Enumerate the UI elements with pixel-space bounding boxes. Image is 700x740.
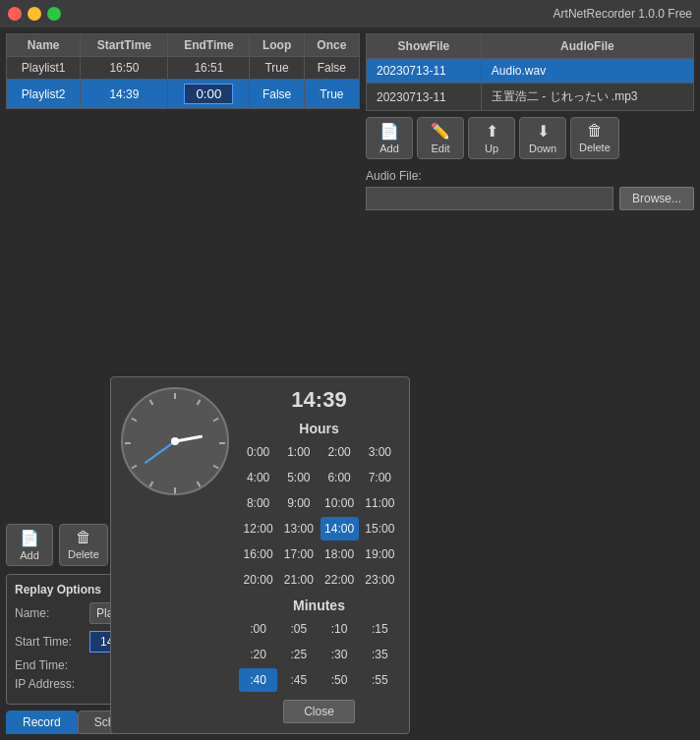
- audio-path-input[interactable]: [366, 187, 613, 210]
- playlist-table: Name StartTime EndTime Loop Once Playlis…: [6, 33, 360, 109]
- delete-label: Delete: [68, 548, 99, 560]
- close-button[interactable]: [8, 7, 22, 21]
- hour-cell[interactable]: 18:00: [321, 542, 359, 566]
- hour-cell[interactable]: 12:00: [239, 517, 277, 541]
- col-once: Once: [304, 34, 359, 57]
- right-add-label: Add: [379, 142, 399, 154]
- audio-file-label: Audio File:: [366, 169, 694, 183]
- minute-cell[interactable]: :15: [361, 617, 399, 641]
- hour-cell[interactable]: 4:00: [239, 466, 277, 489]
- end-time-label: End Time:: [15, 658, 84, 672]
- time-picker-popup: 14:39 Hours 0:00 1:00 2:00 3:00 4:00 5:0…: [110, 376, 410, 734]
- hour-cell[interactable]: 15:00: [361, 517, 399, 541]
- hour-cell[interactable]: 5:00: [279, 466, 318, 489]
- hours-grid: 0:00 1:00 2:00 3:00 4:00 5:00 6:00 7:00 …: [239, 440, 399, 592]
- hour-cell[interactable]: 17:00: [279, 542, 318, 566]
- right-edit-label: Edit: [432, 142, 450, 154]
- tab-record[interactable]: Record: [6, 711, 78, 734]
- cell-start: 14:39: [81, 80, 168, 109]
- right-up-button[interactable]: ⬆ Up: [468, 117, 515, 159]
- hour-cell[interactable]: 21:00: [279, 568, 318, 592]
- minutes-grid: :00 :05 :10 :15 :20 :25 :30 :35 :40 :45 …: [239, 617, 399, 692]
- show-audio-table: ShowFile AudioFile 20230713-11 Audio.wav…: [366, 33, 694, 111]
- minute-cell[interactable]: :00: [239, 617, 277, 641]
- hour-cell[interactable]: 16:00: [239, 542, 277, 566]
- minutes-label: Minutes: [239, 598, 399, 613]
- col-showfile: ShowFile: [367, 34, 482, 59]
- time-display: 14:39: [239, 387, 399, 413]
- minute-cell-selected[interactable]: :40: [239, 668, 277, 692]
- add-icon: 📄: [20, 529, 39, 547]
- hour-cell[interactable]: 2:00: [321, 440, 359, 464]
- hour-cell[interactable]: 3:00: [361, 440, 399, 464]
- cell-audio: Audio.wav: [481, 59, 693, 84]
- right-delete-icon: 🗑: [587, 122, 603, 140]
- table-row[interactable]: 20230713-11 Audio.wav: [367, 59, 694, 84]
- right-edit-button[interactable]: ✏️ Edit: [417, 117, 464, 159]
- hour-cell[interactable]: 13:00: [279, 517, 318, 541]
- audio-file-row: Browse...: [366, 187, 694, 210]
- hour-cell[interactable]: 7:00: [361, 466, 399, 489]
- hour-cell-selected[interactable]: 14:00: [321, 517, 359, 541]
- close-time-button[interactable]: Close: [283, 700, 355, 723]
- hour-cell[interactable]: 19:00: [361, 542, 399, 566]
- audio-file-section: Audio File: Browse...: [366, 169, 694, 210]
- right-up-icon: ⬆: [486, 122, 498, 141]
- cell-audio: 玉置浩二 - じれったい .mp3: [481, 84, 693, 111]
- minute-cell[interactable]: :30: [321, 643, 359, 666]
- hour-cell[interactable]: 9:00: [279, 491, 318, 515]
- right-panel: ShowFile AudioFile 20230713-11 Audio.wav…: [366, 33, 694, 734]
- minute-cell[interactable]: :05: [279, 617, 318, 641]
- hour-cell[interactable]: 10:00: [321, 491, 359, 515]
- cell-end: 16:51: [168, 57, 250, 80]
- hour-cell[interactable]: 0:00: [239, 440, 277, 464]
- minimize-button[interactable]: [28, 7, 41, 21]
- hours-label: Hours: [239, 421, 399, 436]
- right-down-label: Down: [529, 142, 556, 154]
- hour-cell[interactable]: 1:00: [279, 440, 318, 464]
- minute-cell[interactable]: :55: [361, 668, 399, 692]
- hour-cell[interactable]: 6:00: [321, 466, 359, 489]
- cell-start: 16:50: [81, 57, 168, 80]
- title-bar: ArtNetRecorder 1.0.0 Free: [0, 0, 700, 28]
- clock-face: [121, 387, 229, 495]
- right-delete-label: Delete: [579, 142, 611, 153]
- cell-loop: True: [250, 57, 304, 80]
- right-up-label: Up: [485, 142, 498, 154]
- app-title: ArtNetRecorder 1.0.0 Free: [554, 7, 692, 21]
- right-edit-icon: ✏️: [431, 122, 450, 141]
- right-add-button[interactable]: 📄 Add: [366, 117, 413, 159]
- right-down-button[interactable]: ⬇ Down: [519, 117, 566, 159]
- minute-cell[interactable]: :45: [279, 668, 318, 692]
- right-add-icon: 📄: [379, 122, 399, 141]
- endtime-input[interactable]: [184, 84, 233, 104]
- hour-cell[interactable]: 11:00: [361, 491, 399, 515]
- delete-button[interactable]: 🗑 Delete: [59, 524, 108, 566]
- col-endtime: EndTime: [168, 34, 250, 57]
- right-delete-button[interactable]: 🗑 Delete: [570, 117, 619, 159]
- minute-cell[interactable]: :50: [321, 668, 359, 692]
- cell-show: 20230713-11: [367, 59, 482, 84]
- hour-cell[interactable]: 23:00: [361, 568, 399, 592]
- minute-cell[interactable]: :10: [321, 617, 359, 641]
- minute-cell[interactable]: :20: [239, 643, 277, 666]
- table-row[interactable]: Playlist2 14:39 False True: [7, 80, 360, 109]
- hour-cell[interactable]: 22:00: [321, 568, 359, 592]
- cell-once: False: [304, 57, 359, 80]
- time-picker-right: 14:39 Hours 0:00 1:00 2:00 3:00 4:00 5:0…: [239, 387, 399, 723]
- table-row[interactable]: Playlist1 16:50 16:51 True False: [7, 57, 360, 80]
- cell-show: 20230713-11: [367, 84, 482, 111]
- browse-button[interactable]: Browse...: [619, 187, 694, 210]
- minute-cell[interactable]: :35: [361, 643, 399, 666]
- maximize-button[interactable]: [47, 7, 61, 21]
- minute-cell[interactable]: :25: [279, 643, 318, 666]
- table-row[interactable]: 20230713-11 玉置浩二 - じれったい .mp3: [367, 84, 694, 111]
- hour-cell[interactable]: 8:00: [239, 491, 277, 515]
- add-button[interactable]: 📄 Add: [6, 524, 53, 566]
- name-label: Name:: [15, 606, 84, 620]
- right-down-icon: ⬇: [537, 122, 550, 141]
- close-btn-row: Close: [239, 700, 399, 723]
- col-starttime: StartTime: [81, 34, 168, 57]
- clock-face-row: 14:39 Hours 0:00 1:00 2:00 3:00 4:00 5:0…: [121, 387, 399, 723]
- hour-cell[interactable]: 20:00: [239, 568, 277, 592]
